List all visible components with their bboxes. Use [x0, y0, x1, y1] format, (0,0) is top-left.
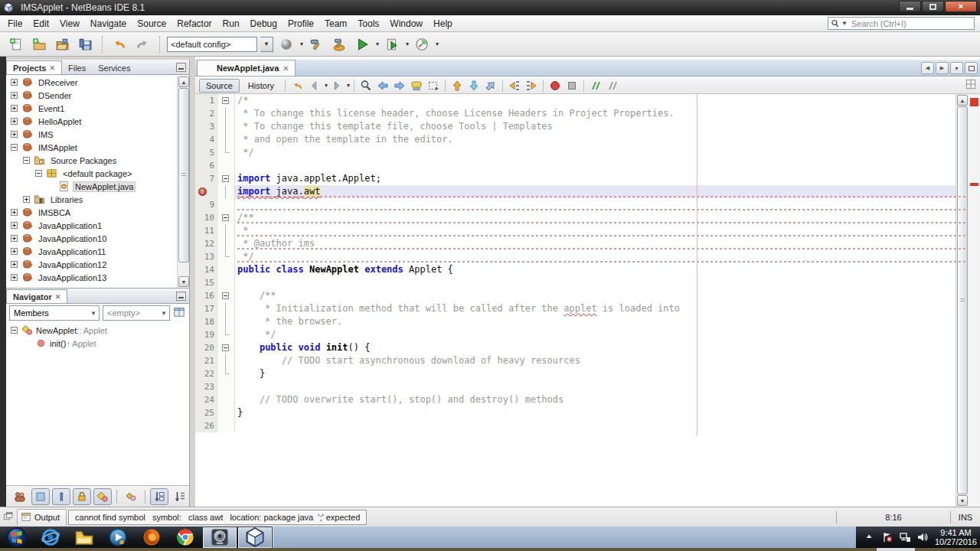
code-line-25[interactable]: 25} — [195, 406, 968, 419]
profile-button[interactable] — [412, 34, 432, 54]
tab-files[interactable]: Files — [62, 60, 92, 74]
minimize-panel-icon[interactable] — [176, 292, 186, 301]
sort-alpha-filter-button[interactable] — [150, 488, 168, 505]
tree-item-dsender[interactable]: DSender — [6, 89, 177, 102]
source-view-button[interactable]: Source — [199, 79, 240, 93]
expand-icon[interactable] — [11, 274, 18, 281]
error-stripe-line-mark[interactable] — [970, 183, 978, 186]
code-line-11[interactable]: 11 * — [195, 224, 968, 237]
fold-toggle-icon[interactable] — [218, 172, 235, 185]
code-line-17[interactable]: 17 * Initialization method that will be … — [195, 302, 968, 315]
taskbar-clock[interactable]: 9:41 AM 10/27/2016 — [935, 528, 980, 546]
tree-item-event1[interactable]: Event1 — [6, 102, 177, 115]
code-line-7[interactable]: 7import java.applet.Applet; — [195, 172, 968, 185]
menu-view[interactable]: View — [54, 16, 85, 31]
code-line-24[interactable]: 24 // TODO overwrite start(), stop() and… — [195, 393, 968, 406]
code-line-10[interactable]: 10/** — [195, 211, 968, 224]
rect-select-icon[interactable] — [426, 79, 441, 93]
maximize-editor-icon[interactable] — [965, 62, 978, 74]
code-line-20[interactable]: 20 public void init() { — [195, 341, 968, 354]
insert-mode-indicator[interactable]: INS — [951, 513, 980, 522]
close-button[interactable]: × — [945, 1, 977, 12]
fold-toggle-icon[interactable] — [218, 211, 235, 224]
tree-item-javaapplication10[interactable]: JavaApplication10 — [6, 232, 177, 245]
expand-icon[interactable] — [11, 209, 18, 216]
close-tab-icon[interactable]: ✕ — [55, 293, 61, 301]
tree-item-libraries[interactable]: Libraries — [6, 193, 177, 206]
expand-icon[interactable] — [11, 131, 18, 138]
action-center-icon[interactable] — [881, 531, 893, 543]
menu-tools[interactable]: Tools — [352, 16, 384, 31]
menu-debug[interactable]: Debug — [245, 16, 283, 31]
code-editor[interactable]: 1/*2 * To change this license header, ch… — [195, 94, 968, 507]
show-static-filter-button[interactable] — [52, 488, 70, 505]
tree-item-imsbca[interactable]: IMSBCA — [6, 206, 177, 219]
tab-navigator[interactable]: Navigator✕ — [6, 289, 67, 303]
expand-icon[interactable] — [11, 261, 18, 268]
save-all-button[interactable] — [75, 34, 95, 54]
redo-button[interactable] — [132, 34, 152, 54]
macro-stop-icon[interactable] — [564, 79, 580, 93]
collapse-icon[interactable] — [35, 170, 42, 177]
collapse-icon[interactable] — [11, 327, 18, 334]
minimize-panel-icon[interactable] — [176, 63, 186, 72]
forward-icon[interactable] — [329, 79, 345, 93]
split-editor-icon[interactable] — [965, 79, 976, 90]
tree-item-helloapplet[interactable]: HelloApplet — [6, 115, 177, 128]
menu-help[interactable]: Help — [428, 16, 458, 31]
scroll-down-icon[interactable]: ▼ — [178, 276, 189, 287]
back-dropdown-icon[interactable]: ▾ — [325, 82, 328, 89]
scope-filter-select[interactable]: <empty>▼ — [103, 305, 170, 321]
undo-button[interactable] — [109, 34, 129, 54]
code-line-15[interactable]: 15 — [195, 276, 968, 289]
code-line-1[interactable]: 1/* — [195, 94, 968, 107]
navigator-item[interactable]: NewApplet :: Applet — [6, 324, 189, 337]
expand-icon[interactable] — [11, 248, 18, 255]
scroll-down-icon[interactable]: ▼ — [957, 495, 968, 506]
tray-expand-icon[interactable] — [864, 531, 876, 543]
next-occurrence-icon[interactable] — [466, 79, 482, 93]
code-line-12[interactable]: 12 * @author ims — [195, 237, 968, 250]
inherited-members-filter-button[interactable] — [11, 488, 29, 505]
deploy-button[interactable] — [276, 34, 296, 54]
taskbar-firefox[interactable] — [135, 527, 168, 548]
new-file-button[interactable] — [6, 34, 26, 54]
code-line-23[interactable]: 23 — [195, 380, 968, 393]
tree-item--default-package-[interactable]: <default package> — [6, 167, 177, 180]
prev-occurrence-icon[interactable] — [449, 79, 465, 93]
taskbar-netbeans[interactable] — [238, 527, 272, 548]
run-dropdown-icon[interactable]: ▾ — [376, 41, 379, 47]
expand-icon[interactable] — [11, 105, 18, 112]
expand-icon[interactable] — [11, 92, 18, 99]
editor-scrollbar[interactable]: ▲ ▼ — [956, 94, 968, 507]
tree-item-javaapplication13[interactable]: JavaApplication13 — [6, 271, 177, 284]
menu-source[interactable]: Source — [132, 16, 172, 31]
highlight-icon[interactable] — [409, 79, 424, 93]
menu-refactor[interactable]: Refactor — [172, 16, 217, 31]
menu-window[interactable]: Window — [384, 16, 428, 31]
tree-item-javaapplication11[interactable]: JavaApplication11 — [6, 245, 177, 258]
code-line-8[interactable]: !import java.awt — [195, 185, 968, 198]
tree-item-imsapplet[interactable]: IMSApplet — [6, 141, 177, 154]
indent-right-icon[interactable] — [524, 79, 539, 93]
projects-scrollbar[interactable]: ▲ ▼ — [177, 76, 189, 288]
open-project-button[interactable] — [52, 34, 72, 54]
code-line-18[interactable]: 18 * the browser. — [195, 315, 968, 328]
close-tab-icon[interactable]: ✕ — [49, 64, 55, 72]
code-line-5[interactable]: 5 */ — [195, 146, 968, 159]
taskbar-start-button[interactable] — [0, 527, 34, 548]
fold-toggle-icon[interactable] — [218, 289, 235, 302]
find-prev-icon[interactable] — [375, 79, 390, 93]
tab-newapplet-java[interactable]: NewApplet.java ✕ — [197, 60, 296, 76]
tree-item-javaapplication12[interactable]: JavaApplication12 — [6, 258, 177, 271]
columns-icon[interactable] — [173, 307, 187, 319]
code-line-13[interactable]: 13 */ — [195, 250, 968, 263]
minimize-button[interactable] — [899, 1, 921, 12]
code-line-22[interactable]: 22 } — [195, 367, 968, 380]
history-view-button[interactable]: History — [242, 79, 280, 93]
tab-projects[interactable]: Projects✕ — [6, 60, 62, 74]
taskbar-camera-app[interactable] — [203, 527, 237, 548]
code-line-9[interactable]: 9 — [195, 198, 968, 211]
collapse-icon[interactable] — [11, 144, 18, 151]
navigator-item[interactable]: init() ↑ Applet — [6, 337, 189, 350]
